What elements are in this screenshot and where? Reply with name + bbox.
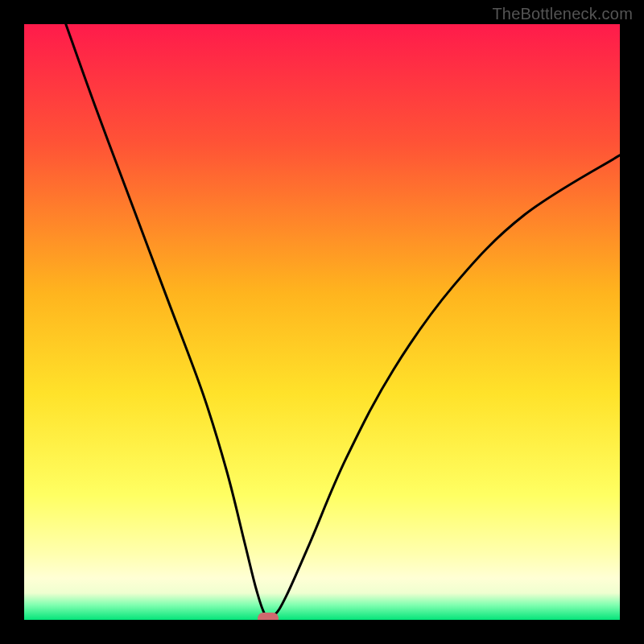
plot-area bbox=[24, 24, 620, 620]
chart-container: TheBottleneck.com bbox=[0, 0, 644, 644]
optimal-marker bbox=[258, 613, 279, 620]
watermark-text: TheBottleneck.com bbox=[492, 5, 633, 23]
chart-svg bbox=[24, 24, 620, 620]
gradient-background bbox=[24, 24, 620, 620]
